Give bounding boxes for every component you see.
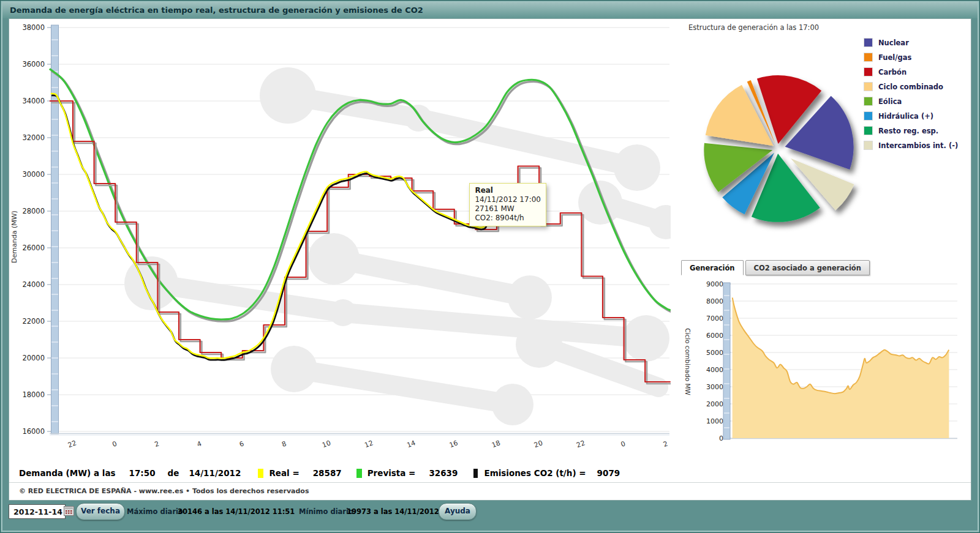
svg-text:2000: 2000 <box>706 400 723 408</box>
legend-item: Hidráulica (+) <box>864 112 958 120</box>
legend-swatch <box>864 83 872 91</box>
svg-text:38000: 38000 <box>22 23 45 32</box>
legend-swatch <box>864 97 872 105</box>
svg-text:8: 8 <box>281 439 287 449</box>
svg-text:4: 4 <box>196 439 203 449</box>
co2-color-swatch <box>473 469 478 478</box>
legend-label: Carbón <box>878 68 907 76</box>
legend-swatch <box>864 53 872 61</box>
legend-swatch <box>864 39 872 47</box>
ver-fecha-button[interactable]: Ver fecha <box>76 503 125 520</box>
legend-item: Ciclo combinado <box>864 83 958 91</box>
co2-label: Emisiones CO2 (t/h) = <box>484 468 586 478</box>
svg-text:0: 0 <box>719 434 723 442</box>
de-label: de <box>168 468 179 478</box>
svg-text:16: 16 <box>448 439 459 449</box>
ree-demand-window: Demanda de energía eléctrica en tiempo r… <box>0 0 980 533</box>
tooltip-datetime: 14/11/2012 17:00 <box>475 195 541 204</box>
max-diario-label: Máximo diario <box>127 507 183 516</box>
prevista-color-swatch <box>356 469 362 478</box>
svg-text:2: 2 <box>662 439 669 449</box>
svg-text:0: 0 <box>111 439 118 449</box>
svg-text:22000: 22000 <box>22 317 45 326</box>
legend-label: Resto reg. esp. <box>878 127 938 135</box>
legend-item: Nuclear <box>864 39 958 47</box>
svg-text:1000: 1000 <box>706 417 723 425</box>
svg-text:Ciclo combinado MW: Ciclo combinado MW <box>684 328 692 395</box>
real-color-swatch <box>258 469 263 478</box>
legend-label: Ciclo combinado <box>878 83 943 91</box>
svg-text:20000: 20000 <box>22 354 45 362</box>
legend-label: Eólica <box>878 97 902 106</box>
svg-text:5000: 5000 <box>706 349 723 357</box>
svg-text:10: 10 <box>321 439 332 449</box>
svg-text:7000: 7000 <box>706 315 723 322</box>
svg-text:26000: 26000 <box>22 244 45 252</box>
svg-text:Demanda (MW): Demanda (MW) <box>10 211 18 263</box>
pie-title: Estructura de generación a las 17:00 <box>688 23 819 32</box>
legend-swatch <box>864 127 872 135</box>
tooltip-series: Real <box>475 186 541 195</box>
svg-text:6000: 6000 <box>706 332 723 340</box>
pie-legend: NuclearFuel/gasCarbónCiclo combinadoEóli… <box>864 39 958 156</box>
demanda-time: 17:50 <box>129 468 156 478</box>
prevista-label: Prevista = <box>368 468 416 478</box>
date-input[interactable] <box>9 504 66 519</box>
legend-swatch <box>864 141 872 149</box>
svg-text:36000: 36000 <box>22 60 45 69</box>
legend-item: Resto reg. esp. <box>864 127 958 135</box>
co2-value: 9079 <box>597 468 620 478</box>
svg-text:4000: 4000 <box>706 366 723 374</box>
svg-text:16000: 16000 <box>22 427 45 436</box>
footer-bar: Ver fecha Máximo diario 30146 a las 14/1… <box>0 501 980 533</box>
legend-item: Intercambios int. (-) <box>864 141 958 149</box>
svg-text:2: 2 <box>154 439 160 449</box>
ayuda-button[interactable]: Ayuda <box>439 503 477 520</box>
real-value: 28587 <box>313 468 342 478</box>
legend-item: Fuel/gas <box>864 53 958 61</box>
svg-text:30000: 30000 <box>22 170 45 179</box>
legend-swatch <box>864 68 872 76</box>
svg-text:18: 18 <box>491 439 502 449</box>
main-panel: 1600018000200002200024000260002800030000… <box>9 18 971 501</box>
legend-item: Carbón <box>864 68 958 76</box>
chart-tooltip: Real 14/11/2012 17:00 27161 MW CO2: 8904… <box>469 183 546 226</box>
tab-generacion[interactable]: Generación <box>681 260 744 275</box>
svg-text:34000: 34000 <box>22 97 45 105</box>
svg-text:3000: 3000 <box>706 383 723 391</box>
legend-swatch <box>864 112 872 120</box>
svg-text:22: 22 <box>67 439 78 449</box>
legend-item: Eólica <box>864 97 958 105</box>
svg-text:20: 20 <box>533 439 544 449</box>
prevista-value: 32639 <box>429 468 458 478</box>
svg-text:28000: 28000 <box>22 207 45 215</box>
legend-label: Fuel/gas <box>878 53 911 62</box>
svg-text:24000: 24000 <box>22 280 45 289</box>
ciclo-combinado-chart[interactable]: 0100020003000400050006000700080009000Cic… <box>677 264 965 447</box>
svg-text:6: 6 <box>238 439 245 449</box>
svg-text:0: 0 <box>620 439 627 449</box>
svg-text:22: 22 <box>575 439 586 449</box>
copyright-text: © RED ELECTRICA DE ESPAÑA - www.ree.es •… <box>19 487 309 495</box>
demanda-label: Demanda (MW) a las <box>19 468 116 478</box>
svg-text:18000: 18000 <box>22 390 45 399</box>
tooltip-co2: CO2: 8904t/h <box>475 214 541 223</box>
svg-text:9000: 9000 <box>706 280 723 288</box>
min-diario-label: Mínimo diario <box>299 507 353 516</box>
svg-text:8000: 8000 <box>706 297 723 305</box>
svg-text:32000: 32000 <box>22 133 45 142</box>
window-title: Demanda de energía eléctrica en tiempo r… <box>2 2 978 18</box>
max-diario-value: 30146 a las 14/11/2012 11:51 <box>178 507 295 516</box>
demand-chart[interactable]: 1600018000200002200024000260002800030000… <box>9 19 671 461</box>
legend-label: Intercambios int. (-) <box>878 141 958 150</box>
legend-label: Hidráulica (+) <box>878 112 933 121</box>
calendar-icon[interactable] <box>64 506 74 516</box>
real-label: Real = <box>269 468 299 478</box>
generation-pie-chart <box>686 43 888 255</box>
svg-text:12: 12 <box>363 439 374 449</box>
tooltip-mw: 27161 MW <box>475 204 541 214</box>
svg-text:14: 14 <box>406 439 417 449</box>
footer-separator <box>9 482 971 483</box>
legend-label: Nuclear <box>878 39 909 47</box>
demanda-date: 14/11/2012 <box>189 468 241 478</box>
